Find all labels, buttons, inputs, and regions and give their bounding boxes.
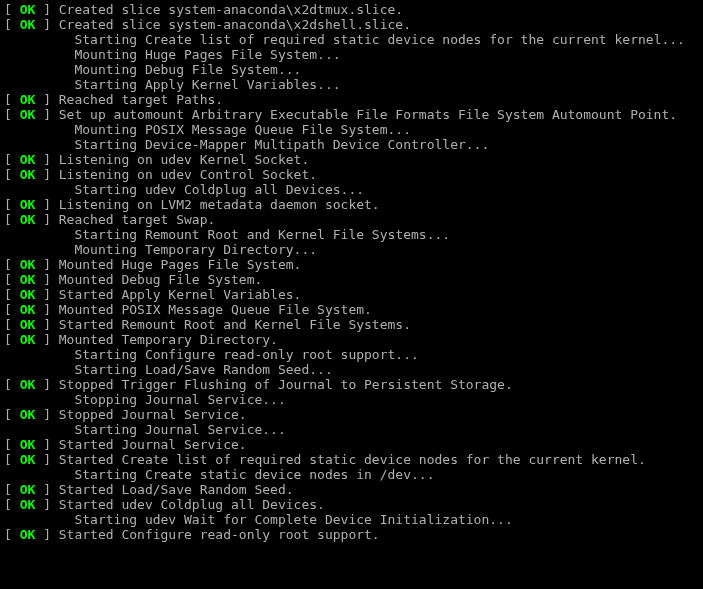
boot-log-message: Mounting POSIX Message Queue File System…: [74, 122, 411, 137]
boot-log-line: [ OK ] Started Configure read-only root …: [4, 527, 699, 542]
boot-log-message: Started Remount Root and Kernel File Sys…: [59, 317, 411, 332]
status-ok: OK: [20, 17, 36, 32]
status-ok: OK: [20, 197, 36, 212]
boot-log-message: Starting Configure read-only root suppor…: [74, 347, 418, 362]
status-bracket-open: [: [4, 527, 20, 542]
boot-log-message: Listening on udev Kernel Socket.: [59, 152, 309, 167]
indent-spacer: [4, 77, 74, 92]
status-ok: OK: [20, 527, 36, 542]
boot-log-line: Starting Apply Kernel Variables...: [4, 77, 699, 92]
boot-log-line: Starting Configure read-only root suppor…: [4, 347, 699, 362]
indent-spacer: [4, 422, 74, 437]
boot-log-line: [ OK ] Mounted Debug File System.: [4, 272, 699, 287]
status-bracket-open: [: [4, 107, 20, 122]
status-bracket-close: ]: [35, 527, 58, 542]
status-bracket-close: ]: [35, 317, 58, 332]
status-bracket-open: [: [4, 332, 20, 347]
boot-log-message: Starting udev Coldplug all Devices...: [74, 182, 364, 197]
boot-log-message: Starting Load/Save Random Seed...: [74, 362, 332, 377]
status-ok: OK: [20, 437, 36, 452]
status-bracket-open: [: [4, 482, 20, 497]
indent-spacer: [4, 227, 74, 242]
status-bracket-close: ]: [35, 482, 58, 497]
status-bracket-open: [: [4, 257, 20, 272]
status-bracket-open: [: [4, 452, 20, 467]
status-ok: OK: [20, 167, 36, 182]
indent-spacer: [4, 242, 74, 257]
boot-log-line: [ OK ] Listening on udev Control Socket.: [4, 167, 699, 182]
status-ok: OK: [20, 92, 36, 107]
status-bracket-open: [: [4, 212, 20, 227]
boot-log-message: Starting Create list of required static …: [74, 32, 684, 47]
status-bracket-open: [: [4, 497, 20, 512]
boot-log-message: Starting Create static device nodes in /…: [74, 467, 434, 482]
indent-spacer: [4, 47, 74, 62]
boot-log-message: Started Apply Kernel Variables.: [59, 287, 302, 302]
boot-log-message: Reached target Paths.: [59, 92, 223, 107]
status-ok: OK: [20, 257, 36, 272]
indent-spacer: [4, 182, 74, 197]
indent-spacer: [4, 32, 74, 47]
status-ok: OK: [20, 482, 36, 497]
boot-log-line: Mounting Debug File System...: [4, 62, 699, 77]
boot-log-line: [ OK ] Listening on LVM2 metadata daemon…: [4, 197, 699, 212]
boot-log-message: Stopping Journal Service...: [74, 392, 285, 407]
boot-log-message: Mounting Debug File System...: [74, 62, 301, 77]
status-ok: OK: [20, 302, 36, 317]
indent-spacer: [4, 392, 74, 407]
boot-log-line: Mounting Huge Pages File System...: [4, 47, 699, 62]
boot-log-message: Listening on LVM2 metadata daemon socket…: [59, 197, 380, 212]
status-bracket-close: ]: [35, 332, 58, 347]
status-bracket-close: ]: [35, 407, 58, 422]
status-ok: OK: [20, 2, 36, 17]
indent-spacer: [4, 122, 74, 137]
status-bracket-close: ]: [35, 17, 58, 32]
status-ok: OK: [20, 377, 36, 392]
boot-log-message: Created slice system-anaconda\x2dtmux.sl…: [59, 2, 403, 17]
boot-log-message: Set up automount Arbitrary Executable Fi…: [59, 107, 677, 122]
status-bracket-close: ]: [35, 92, 58, 107]
boot-log-message: Starting Remount Root and Kernel File Sy…: [74, 227, 450, 242]
boot-log-line: Starting Remount Root and Kernel File Sy…: [4, 227, 699, 242]
boot-log-line: Starting Load/Save Random Seed...: [4, 362, 699, 377]
status-bracket-open: [: [4, 407, 20, 422]
status-ok: OK: [20, 152, 36, 167]
boot-log-message: Listening on udev Control Socket.: [59, 167, 317, 182]
boot-log-message: Mounted Huge Pages File System.: [59, 257, 302, 272]
boot-log-line: [ OK ] Started udev Coldplug all Devices…: [4, 497, 699, 512]
boot-log-line: Stopping Journal Service...: [4, 392, 699, 407]
status-bracket-open: [: [4, 92, 20, 107]
indent-spacer: [4, 362, 74, 377]
boot-log-terminal: [ OK ] Created slice system-anaconda\x2d…: [4, 2, 699, 542]
indent-spacer: [4, 137, 74, 152]
status-ok: OK: [20, 107, 36, 122]
status-bracket-open: [: [4, 152, 20, 167]
boot-log-line: [ OK ] Started Create list of required s…: [4, 452, 699, 467]
boot-log-message: Stopped Trigger Flushing of Journal to P…: [59, 377, 513, 392]
boot-log-message: Started Create list of required static d…: [59, 452, 646, 467]
status-bracket-open: [: [4, 167, 20, 182]
status-bracket-close: ]: [35, 2, 58, 17]
boot-log-line: Starting Journal Service...: [4, 422, 699, 437]
status-ok: OK: [20, 212, 36, 227]
status-bracket-close: ]: [35, 452, 58, 467]
status-ok: OK: [20, 497, 36, 512]
boot-log-message: Stopped Journal Service.: [59, 407, 247, 422]
boot-log-line: Mounting Temporary Directory...: [4, 242, 699, 257]
status-bracket-close: ]: [35, 152, 58, 167]
boot-log-line: Starting Create static device nodes in /…: [4, 467, 699, 482]
boot-log-message: Created slice system-anaconda\x2dshell.s…: [59, 17, 411, 32]
status-bracket-close: ]: [35, 272, 58, 287]
status-ok: OK: [20, 452, 36, 467]
status-bracket-close: ]: [35, 302, 58, 317]
boot-log-line: [ OK ] Started Remount Root and Kernel F…: [4, 317, 699, 332]
boot-log-line: [ OK ] Stopped Journal Service.: [4, 407, 699, 422]
status-bracket-close: ]: [35, 497, 58, 512]
status-bracket-open: [: [4, 2, 20, 17]
boot-log-line: Starting udev Wait for Complete Device I…: [4, 512, 699, 527]
boot-log-line: Starting udev Coldplug all Devices...: [4, 182, 699, 197]
status-bracket-open: [: [4, 197, 20, 212]
boot-log-line: [ OK ] Mounted Huge Pages File System.: [4, 257, 699, 272]
boot-log-message: Mounted Temporary Directory.: [59, 332, 278, 347]
boot-log-line: [ OK ] Started Journal Service.: [4, 437, 699, 452]
